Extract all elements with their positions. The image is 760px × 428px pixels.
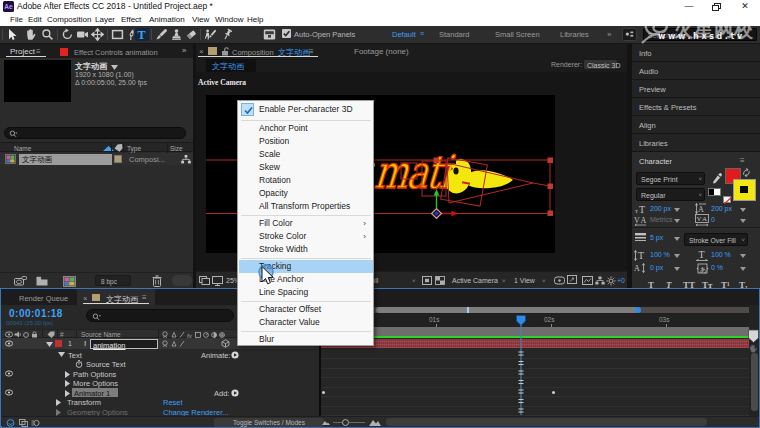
sort-ascending-icon[interactable] — [103, 146, 114, 151]
layer-visibility-eye-icon[interactable] — [5, 340, 13, 347]
roi-icon[interactable] — [422, 276, 432, 285]
rectangle-tool[interactable] — [111, 28, 124, 41]
layer-switches-icons[interactable] — [161, 340, 187, 348]
hand-tool[interactable] — [24, 28, 37, 41]
camera-dropdown[interactable]: Active Camera — [452, 277, 498, 284]
font-size-value[interactable]: 200 px — [650, 205, 671, 212]
safe-margins-icon[interactable] — [554, 276, 565, 285]
minimize-button[interactable]: — — [682, 0, 696, 13]
row-text[interactable]: Text Animate: — [2, 349, 319, 359]
font-size-caret-icon[interactable] — [674, 208, 680, 212]
panel-tab-effects-presets[interactable]: Effects & Presets — [632, 98, 760, 116]
work-area-bar[interactable] — [321, 327, 749, 336]
bit-depth-button[interactable]: 8 bpc — [101, 278, 117, 285]
menu-view[interactable]: View — [192, 13, 209, 26]
menu-file[interactable]: File — [10, 13, 23, 26]
menu-item-blur[interactable]: Blur — [239, 333, 373, 346]
show-channel-icon[interactable] — [212, 276, 223, 286]
close-button[interactable]: ✕ — [738, 0, 752, 13]
menu-item-rotation[interactable]: Rotation — [239, 174, 373, 187]
renderer-value-button[interactable]: Classic 3D — [587, 62, 620, 69]
workspace-overflow[interactable]: » — [607, 30, 611, 39]
workspace-menu-icon[interactable]: ≡ — [420, 30, 424, 37]
roto-brush-tool[interactable] — [204, 28, 217, 41]
pan-behind-tool[interactable] — [91, 28, 104, 41]
menu-item-stroke-color[interactable]: Stroke Color› — [239, 230, 373, 243]
layer-label-swatch[interactable] — [55, 340, 62, 347]
menu-effect[interactable]: Effect — [121, 13, 141, 26]
snapshot-icon[interactable] — [199, 276, 210, 285]
menu-layer[interactable]: Layer — [95, 13, 115, 26]
interpret-footage-icon[interactable] — [14, 276, 27, 286]
unlock-icon[interactable] — [221, 47, 229, 56]
column-name[interactable]: Name — [14, 145, 31, 152]
maximize-button[interactable] — [712, 3, 721, 11]
path-options-triangle[interactable] — [65, 371, 70, 378]
geometry-triangle[interactable] — [56, 409, 61, 416]
label-color-swatch[interactable] — [114, 155, 122, 163]
mini-flowchart-icon[interactable] — [595, 276, 605, 285]
menu-item-all-transform-properties[interactable]: All Transform Properties — [239, 200, 373, 213]
workspace-small-screen[interactable]: Small Screen — [495, 30, 540, 39]
label-column-icon[interactable] — [114, 144, 123, 152]
menu-window[interactable]: Window — [215, 13, 243, 26]
time-navigator-visible-segment[interactable] — [376, 307, 638, 313]
project-row-name-cell[interactable]: 文字动画 — [19, 154, 112, 165]
timeline-vertical-scrollbar-thumb[interactable] — [751, 353, 758, 411]
frame-blend-icon[interactable] — [19, 419, 28, 427]
row-transform[interactable]: Transform Reset — [2, 397, 319, 407]
panel-tab-audio[interactable]: Audio — [632, 62, 760, 80]
comp-marker-bin-icon2[interactable] — [747, 329, 759, 344]
menu-help[interactable]: Help — [247, 13, 263, 26]
type-tool[interactable]: T — [135, 28, 149, 41]
toggle-switches-button[interactable]: Toggle Switches / Modes — [214, 418, 324, 427]
panel-tab-preview[interactable]: Preview — [632, 80, 760, 98]
transform-triangle[interactable] — [56, 399, 61, 406]
comp-panel-menu-icon[interactable]: ≡ — [309, 47, 314, 56]
navigator-end-handle[interactable] — [635, 307, 641, 313]
timeline-zoom-slider-knob[interactable] — [342, 419, 349, 426]
stopwatch-icon[interactable] — [75, 360, 83, 368]
layer-name-edit-box[interactable]: animation — [90, 339, 158, 349]
menu-item-position[interactable]: Position — [239, 135, 373, 148]
character-panel-menu-icon[interactable]: ≡ — [740, 156, 745, 165]
project-tab-overflow[interactable]: » — [182, 46, 186, 55]
stroke-color-swatch[interactable] — [733, 179, 756, 201]
layer-expand-triangle[interactable] — [46, 342, 53, 347]
timeline-tab-close-icon[interactable]: × — [83, 294, 87, 303]
zoom-in-mountain-icon[interactable] — [369, 419, 381, 426]
menu-edit[interactable]: Edit — [28, 13, 42, 26]
stroke-width-caret-icon[interactable] — [674, 237, 680, 241]
clone-stamp-tool[interactable] — [170, 28, 183, 41]
current-timecode[interactable]: 0:00:01:18 — [9, 308, 63, 319]
rotation-tool[interactable] — [61, 28, 74, 41]
panel-tab-align[interactable]: Align — [632, 116, 760, 134]
tab-render-queue[interactable]: Render Queue — [19, 294, 68, 303]
menu-item-character-value[interactable]: Character Value — [239, 316, 373, 329]
camera-tool[interactable] — [76, 28, 89, 41]
zoom-out-mountain-icon[interactable] — [322, 420, 330, 425]
text-expand-triangle[interactable] — [58, 352, 65, 357]
menu-item-character-offset[interactable]: Character Offset — [239, 303, 373, 316]
baseline-shift-caret-icon[interactable] — [674, 267, 680, 271]
timeline-search-input[interactable] — [86, 309, 234, 322]
row-path-options[interactable]: Path Options — [2, 368, 319, 378]
animator-triangle[interactable] — [65, 390, 70, 397]
add-button-icon[interactable] — [231, 389, 239, 397]
no-color-swatch[interactable] — [723, 196, 731, 203]
menu-item-enable-per-character-3d[interactable]: Enable Per-character 3D — [239, 103, 373, 116]
eyedropper-icon[interactable] — [712, 172, 723, 185]
column-type[interactable]: Type — [127, 145, 141, 152]
swap-fill-stroke-icon[interactable] — [742, 168, 751, 177]
transparency-grid-icon[interactable] — [435, 276, 445, 285]
layer-3d-switch-icon[interactable] — [221, 339, 230, 348]
selection-tool[interactable] — [5, 28, 18, 41]
tab-effect-controls[interactable]: Effect Controls animation — [74, 48, 158, 57]
row-animator[interactable]: Animator 1 Add: — [2, 387, 319, 397]
comp-name-caret-icon[interactable] — [111, 65, 118, 70]
comp-crumb[interactable]: 文字动画 — [212, 61, 244, 72]
workspace-search-icon[interactable] — [622, 28, 637, 41]
help-search-input[interactable]: Search Help — [643, 28, 757, 41]
stroke-width-value[interactable]: 5 px — [650, 234, 663, 241]
project-row[interactable]: 文字动画 Composi... — [0, 153, 193, 165]
